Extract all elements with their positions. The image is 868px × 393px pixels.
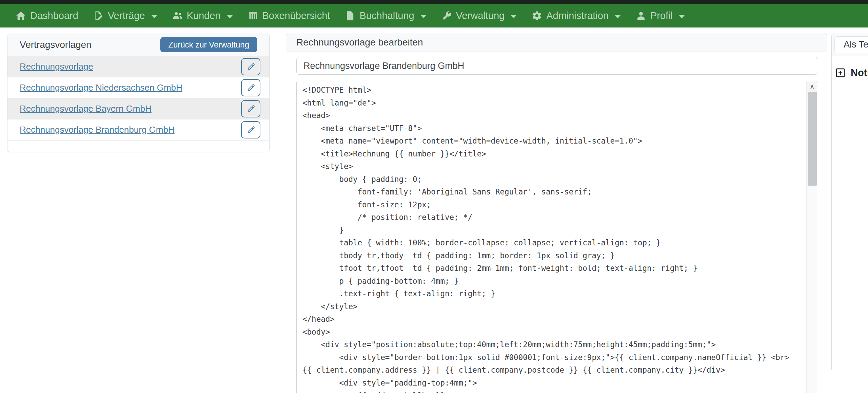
chevron-down-icon: [151, 15, 157, 18]
plus-square-icon: [835, 67, 846, 78]
chevron-down-icon: [227, 15, 233, 18]
template-link-niedersachsen[interactable]: Rechnungsvorlage Niedersachsen GmbH: [20, 82, 182, 93]
nav-item-profil[interactable]: Profil: [636, 10, 685, 21]
nav-label: Verträge: [108, 10, 145, 21]
template-row: Rechnungsvorlage Niedersachsen GmbH: [7, 77, 269, 98]
user-icon: [636, 11, 646, 21]
page: { "colors": { "nav_background": "#2e7d32…: [0, 0, 868, 393]
nav-item-verwaltung[interactable]: Verwaltung: [441, 10, 517, 21]
back-to-verwaltung-button[interactable]: Zurück zur Verwaltung: [160, 37, 257, 52]
edit-template-button[interactable]: [241, 79, 260, 96]
nav-item-boxenuebersicht[interactable]: Boxenübersicht: [248, 10, 330, 21]
scrollbar-up-icon[interactable]: ∧: [807, 81, 817, 92]
editor-body: <!DOCTYPE html> <html lang="de"> <head> …: [286, 52, 827, 393]
gear-icon: [532, 11, 542, 21]
nav-item-vertraege[interactable]: Verträge: [93, 10, 157, 21]
notes-header[interactable]: Notizen: [835, 67, 868, 78]
templates-card: Vertragsvorlagen Zurück zur Verwaltung R…: [7, 33, 270, 152]
nav-label: Boxenübersicht: [262, 10, 330, 21]
side-card: Als Text Notizen: [831, 33, 868, 372]
nav-label: Buchhaltung: [359, 10, 414, 21]
columns-icon: [248, 11, 258, 21]
nav-label: Profil: [650, 10, 673, 21]
template-link-brandenburg[interactable]: Rechnungsvorlage Brandenburg GmbH: [20, 125, 175, 135]
pencil-icon: [246, 83, 256, 93]
nav-item-kunden[interactable]: Kunden: [172, 10, 233, 21]
nav-item-administration[interactable]: Administration: [532, 10, 621, 21]
nav-label: Kunden: [187, 10, 221, 21]
templates-card-header: Vertragsvorlagen Zurück zur Verwaltung: [7, 33, 269, 56]
users-icon: [172, 11, 183, 21]
chevron-down-icon: [511, 15, 517, 18]
template-row: Rechnungsvorlage Brandenburg GmbH: [7, 119, 269, 141]
contract-icon: [93, 11, 104, 21]
side-card-header: Als Text: [832, 33, 868, 56]
als-text-button[interactable]: Als Text: [834, 36, 868, 53]
template-code-textarea[interactable]: <!DOCTYPE html> <html lang="de"> <head> …: [297, 81, 806, 393]
scrollbar-thumb[interactable]: [808, 92, 817, 186]
code-scrollbar[interactable]: ∧: [806, 81, 817, 393]
edit-template-button[interactable]: [241, 58, 260, 75]
templates-title: Vertragsvorlagen: [20, 39, 92, 50]
chevron-down-icon: [420, 15, 427, 18]
editor-card: Rechnungsvorlage bearbeiten <!DOCTYPE ht…: [286, 33, 827, 393]
notes-title: Notizen: [851, 67, 868, 78]
nav-label: Verwaltung: [456, 10, 505, 21]
template-code-editor: <!DOCTYPE html> <html lang="de"> <head> …: [296, 81, 818, 393]
nav-item-dashboard[interactable]: Dashboard: [16, 10, 78, 21]
editor-card-header: Rechnungsvorlage bearbeiten: [286, 33, 827, 52]
nav-label: Dashboard: [30, 10, 78, 21]
nav-item-buchhaltung[interactable]: Buchhaltung: [345, 10, 426, 21]
notes-divider: [834, 84, 868, 84]
pencil-icon: [246, 125, 256, 135]
template-name-input[interactable]: [296, 57, 818, 75]
chevron-down-icon: [615, 15, 621, 18]
chevron-down-icon: [679, 15, 685, 18]
nav-label: Administration: [546, 10, 609, 21]
invoice-icon: [345, 11, 355, 21]
template-row: Rechnungsvorlage: [7, 56, 269, 77]
template-row: Rechnungsvorlage Bayern GmbH: [7, 98, 269, 119]
home-icon: [16, 11, 26, 21]
template-link-bayern[interactable]: Rechnungsvorlage Bayern GmbH: [20, 104, 152, 114]
window-top-strip: [0, 0, 868, 4]
template-link-rechnungsvorlage[interactable]: Rechnungsvorlage: [20, 61, 93, 72]
wrench-icon: [441, 11, 452, 21]
pencil-icon: [246, 62, 256, 72]
editor-title: Rechnungsvorlage bearbeiten: [296, 37, 423, 48]
edit-template-button[interactable]: [241, 121, 260, 138]
main-navbar: Dashboard Verträge Kunden Boxenübersicht…: [0, 4, 868, 27]
pencil-icon: [246, 104, 256, 114]
edit-template-button[interactable]: [241, 100, 260, 117]
